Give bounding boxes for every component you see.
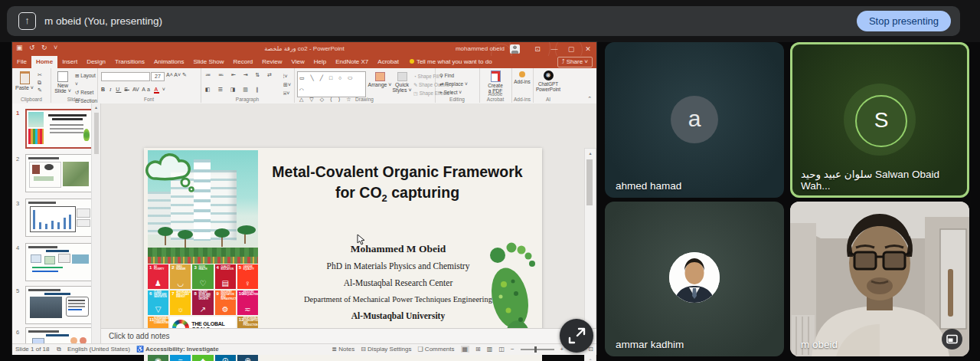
expand-presentation-button[interactable] [560, 319, 593, 353]
tab-design[interactable]: Design [82, 56, 110, 68]
sdg-tile: 8Decent Work and Economic Growth↗ [192, 290, 213, 315]
grow-shrink-font-icons[interactable]: A˄ A˅ ✎ [166, 72, 187, 78]
new-slide-button[interactable]: New Slide ˅ [51, 71, 74, 94]
meet-topbar: ↑ m obeid (You, presenting) Stop present… [0, 0, 980, 42]
tab-transitions[interactable]: Transitions [110, 56, 149, 68]
editing-buttons[interactable]: ⚲ Find⇄ Replace ˅⌖ Select ˅ [439, 71, 468, 97]
slide-title[interactable]: Metal-Covalent Organic Framework for CO2… [259, 162, 536, 208]
ppt-titlebar[interactable]: ▣ ↺ ↻ ˅ ورقة ملخصة co2 - PowerPoint moha… [12, 42, 596, 56]
font-group-label: Font [97, 97, 201, 102]
ppt-ribbon: Paste ˅ ✂⧉✎ Clipboard New Slide ˅ ⊞ Layo… [12, 68, 596, 104]
tab-review[interactable]: Review [257, 56, 286, 68]
stop-presenting-button[interactable]: Stop presenting [857, 11, 951, 31]
addins-button[interactable]: Add-ins [511, 71, 533, 84]
addins-icon [519, 71, 525, 77]
notes-placeholder[interactable]: Click to add notes [109, 329, 170, 344]
tab-record[interactable]: Record [228, 56, 257, 68]
share-button[interactable]: ⤴ Share ˅ [557, 57, 593, 67]
slide-thumbnail-panel[interactable]: 1 2 [12, 103, 101, 343]
window-title: ورقة ملخصة co2 - PowerPoint [12, 42, 596, 56]
tab-slide-show[interactable]: Slide Show [188, 56, 228, 68]
display-settings-toggle[interactable]: ⊟ Display Settings [361, 346, 411, 353]
chatgpt-button[interactable]: ❋ ChatGPTPowerPoint [534, 71, 562, 92]
participant-tile-m-obeid[interactable]: m obeid [790, 202, 969, 356]
zoom-out-button[interactable]: − [511, 346, 514, 353]
thumb-number: 6 [16, 329, 24, 336]
sdg-tile: 7Affordable and Clean Energy☼ [170, 290, 191, 315]
tab-file[interactable]: File [12, 56, 31, 68]
participant-tile-ahmed-hamad[interactable]: a ahmed hamad [605, 42, 784, 198]
avatar: a [671, 96, 718, 143]
tab-help[interactable]: Help [309, 56, 331, 68]
accessibility-status[interactable]: Accessibility: Investigate [145, 344, 219, 354]
lightbulb-icon [410, 59, 414, 64]
co2-cloud-sketch-icon [142, 146, 202, 197]
font-size-combobox[interactable]: 27 [151, 72, 165, 81]
thumbnail-scrollbar[interactable]: ▴ [91, 103, 100, 343]
notes-toggle[interactable]: ≣ Notes [332, 346, 354, 353]
group-drawing: ▭ ╲ ╱ □ ○ ⬭ ⌒△ ▽ ◇ ⟨ ⟩ ☆ ➔ Arrange ˅ Qui… [294, 68, 436, 103]
previous-slide-button[interactable]: ⌃ [585, 358, 596, 361]
restore-button[interactable]: ▢ [563, 42, 580, 56]
ai-group-label: AI [533, 97, 564, 102]
quick-styles-button[interactable]: Quick Styles ˅ [390, 72, 413, 93]
group-clipboard: Paste ˅ ✂⧉✎ Clipboard [12, 68, 51, 103]
reading-view-icon[interactable]: ▥ [487, 346, 493, 353]
participant-name: ahmed hamad [616, 180, 681, 192]
group-editing: ⚲ Find⇄ Replace ˅⌖ Select ˅ Editing [435, 68, 480, 103]
sdg-tile: 6Clean Water and Sanitation▽ [148, 290, 168, 315]
tell-me-box[interactable]: Tell me what you want to do [410, 56, 492, 68]
avatar: S [855, 95, 907, 147]
group-paragraph: ≔ ≕ ⇤ ⇥ ⇅ ⇄ ◧ ☰ ◨ ▥ ∥ ⦙˅⊞˅⌸˅ Paragraph [201, 68, 295, 103]
participant-name: ammar kadhim [616, 339, 684, 350]
list-indent-icons[interactable]: ≔ ≕ ⇤ ⇥ ⇅ ⇄ [205, 72, 275, 78]
language-indicator[interactable]: English (United States) [67, 344, 130, 354]
thumb-number: 4 [16, 244, 24, 251]
font-name-combobox[interactable] [101, 72, 150, 81]
comments-toggle[interactable]: ❑ Comments [417, 346, 454, 353]
notes-pane[interactable]: Click to add notes [101, 328, 596, 344]
minimize-button[interactable]: — [546, 42, 563, 56]
slide-thumbnail-2[interactable] [25, 154, 93, 192]
tab-acrobat[interactable]: Acrobat [373, 56, 403, 68]
thumb-number: 1 [16, 110, 24, 117]
slideshow-icon[interactable]: ◫ [498, 346, 505, 353]
slide-thumbnail-6[interactable] [25, 327, 93, 343]
normal-view-icon[interactable]: ▦ [461, 346, 470, 353]
tab-animations[interactable]: Animations [149, 56, 189, 68]
slide-thumbnail-1[interactable] [25, 109, 94, 149]
picture-in-picture-button[interactable] [942, 329, 962, 350]
slide-thumbnail-4[interactable] [25, 243, 93, 281]
text-direction-icons[interactable]: ⦙˅⊞˅⌸˅ [283, 72, 291, 97]
group-slides: New Slide ˅ ⊞ Layout ˅↺ Reset⊟ Section ˅… [51, 68, 98, 103]
ppt-statusbar: Slide 1 of 18 ⧉ English (United States) … [12, 343, 596, 355]
account-avatar-icon[interactable] [510, 44, 520, 54]
collapse-ribbon-icon[interactable]: ⌃ [587, 96, 592, 102]
cut-copy-painter-icons[interactable]: ✂⧉✎ [38, 71, 42, 94]
paste-button[interactable]: Paste ˅ [15, 71, 34, 90]
powerpoint-window: ▣ ↺ ↻ ˅ ورقة ملخصة co2 - PowerPoint moha… [12, 42, 596, 354]
zoom-slider[interactable] [521, 349, 554, 350]
tab-insert[interactable]: Insert [57, 56, 82, 68]
tab-endnote[interactable]: EndNote X7 [331, 56, 373, 68]
slide-thumbnail-5[interactable] [25, 286, 93, 324]
tab-view[interactable]: View [287, 56, 309, 68]
slide-sorter-icon[interactable]: ⊞ [475, 346, 481, 353]
slides-group-label: Slides [51, 97, 97, 102]
participant-name: m obeid [801, 339, 838, 350]
font-style-buttons[interactable]: B I U S AV Aa A ˅ [101, 87, 167, 93]
slide-thumbnail-3[interactable] [25, 199, 93, 237]
align-icons[interactable]: ◧ ☰ ◨ ▥ ∥ [205, 87, 261, 93]
close-button[interactable]: ✕ [580, 42, 596, 56]
participant-tile-ammar-kadhim[interactable]: ammar kadhim [605, 202, 784, 356]
sdg-tile: 10Reduced Inequalities≂ [237, 290, 258, 315]
create-pdf-button[interactable]: Createa PDF [482, 71, 508, 94]
drawing-group-label: Drawing [294, 97, 435, 102]
tab-home[interactable]: Home [31, 56, 57, 68]
accessibility-icon[interactable]: ♿ [136, 344, 144, 354]
ribbon-options-icon[interactable]: ⊡ [529, 42, 546, 56]
shapes-gallery[interactable]: ▭ ╲ ╱ □ ○ ⬭ ⌒△ ▽ ◇ ⟨ ⟩ ☆ ➔ [297, 71, 366, 97]
participant-tile-salwan-obaid[interactable]: S سلوان عبيد وحيد Salwan Obaid Wah... [790, 42, 969, 198]
arrange-button[interactable]: Arrange ˅ [368, 72, 392, 87]
spellcheck-icon[interactable]: ⧉ [57, 344, 61, 354]
